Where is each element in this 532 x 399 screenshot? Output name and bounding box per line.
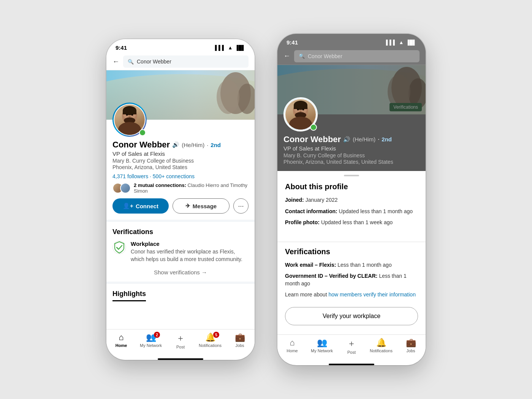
mutual-avatars-left — [112, 183, 131, 193]
status-bar-left: 9:41 ▌▌▌ ▲ ▐█▌ — [106, 39, 255, 53]
verify-text-left: Workplace Conor has verified their workp… — [131, 241, 249, 263]
home-indicator-right — [329, 364, 374, 365]
sheet-handle — [344, 175, 359, 176]
home-label: Home — [116, 343, 127, 348]
profile-title-right: VP of Sales at Flexis — [283, 145, 420, 152]
mutual-connections-left: 2 mutual connections: Claudio Hierro and… — [112, 182, 249, 194]
left-phone: 9:41 ▌▌▌ ▲ ▐█▌ ← 🔍 Conor Webber — [106, 39, 255, 360]
learn-more-link[interactable]: how members verify their information — [328, 291, 416, 298]
home-label-right: Home — [287, 348, 298, 353]
home-indicator-left — [158, 358, 203, 360]
network-label-right: My Network — [311, 348, 333, 353]
svg-point-25 — [302, 108, 304, 110]
svg-point-4 — [217, 80, 239, 114]
nav-notifications[interactable]: 🔔 5 Notifications — [199, 332, 222, 349]
status-icons-left: ▌▌▌ ▲ ▐█▌ — [215, 45, 245, 51]
profile-location-left: Phoenix, Arizona, United States — [112, 164, 249, 170]
notif-label-right: Notifications — [370, 348, 393, 353]
highlights-section: Highlights — [106, 284, 255, 307]
search-bar-right: ← 🔍 Conor Webber — [277, 48, 426, 65]
svg-rect-8 — [123, 111, 136, 114]
mutual-text-left: 2 mutual connections: Claudio Hierro and… — [134, 182, 249, 194]
post-label-right: Post — [347, 350, 356, 355]
right-dimmed-top: 9:41 ▌▌▌ ▲ ▐█▌ ← 🔍 Conor Webber — [277, 34, 426, 171]
nav-jobs[interactable]: 💼 Jobs — [228, 332, 251, 349]
time-right: 9:41 — [287, 39, 298, 46]
pronouns-right: (He/Him) — [353, 136, 375, 142]
gov-id-row: Government ID – Verified by CLEAR: Less … — [285, 272, 418, 287]
svg-point-12 — [124, 117, 135, 124]
connect-icon: 👤+ — [123, 203, 133, 209]
jobs-icon-right: 💼 — [406, 338, 416, 348]
verification-card-left: Workplace Conor has verified their workp… — [112, 241, 249, 263]
nav-home[interactable]: ⌂ Home — [110, 332, 133, 349]
verify-card-body: Conor has verified their workplace as Fl… — [131, 248, 249, 263]
contact-row: Contact information: Updated less than 1… — [285, 208, 418, 215]
nav-post[interactable]: ＋ Post — [169, 332, 192, 349]
svg-rect-13 — [120, 127, 139, 135]
connect-button[interactable]: 👤+ Connect — [112, 198, 169, 214]
home-icon-right: ⌂ — [290, 338, 294, 348]
bottom-nav-right: ⌂ Home 👥 My Network ＋ Post 🔔 Notificatio… — [277, 334, 426, 362]
work-email-row: Work email – Flexis: Less than 1 month a… — [285, 261, 418, 269]
status-icons-right: ▌▌▌ ▲ ▐█▌ — [386, 40, 416, 45]
verifications-title-right: Verifications — [285, 247, 418, 256]
more-button[interactable]: ··· — [233, 198, 249, 214]
nav-jobs-right[interactable]: 💼 Jobs — [399, 338, 422, 355]
online-indicator-left — [139, 129, 146, 136]
show-verifications-link[interactable]: Show verifications → — [112, 269, 249, 276]
profile-stats-left: 4,371 followers · 500+ connections — [112, 173, 249, 179]
name-text-left: Conor Webber — [112, 140, 170, 150]
learn-more-row: Learn more about how members verify thei… — [285, 291, 418, 299]
verify-icon-left — [112, 241, 126, 254]
svg-point-10 — [131, 114, 133, 116]
status-bar-right: 9:41 ▌▌▌ ▲ ▐█▌ — [277, 34, 426, 48]
pronouns-left: (He/Him) — [182, 142, 204, 148]
search-icon-right: 🔍 — [299, 53, 305, 59]
profile-section-left: Conor Webber 🔊 (He/Him) · 2nd VP of Sale… — [106, 103, 255, 220]
degree-right: 2nd — [382, 136, 392, 142]
verifications-chip: Verifications — [390, 103, 422, 111]
notifications-label: Notifications — [199, 343, 222, 348]
right-phone: 9:41 ▌▌▌ ▲ ▐█▌ ← 🔍 Conor Webber — [277, 34, 426, 365]
nav-network-right[interactable]: 👥 My Network — [310, 338, 333, 355]
joined-row: Joined: January 2022 — [285, 196, 418, 204]
svg-point-26 — [299, 111, 302, 112]
svg-rect-23 — [294, 105, 307, 109]
profile-location-right: Phoenix, Arizona, United States, United … — [283, 159, 420, 165]
back-button-right[interactable]: ← — [283, 52, 290, 60]
online-indicator-right — [310, 124, 317, 131]
search-icon-left: 🔍 — [128, 59, 134, 65]
about-title: About this profile — [285, 182, 418, 191]
back-button-left[interactable]: ← — [112, 58, 119, 66]
verify-workplace-button[interactable]: Verify your workplace — [285, 307, 418, 325]
search-input-right[interactable]: 🔍 Conor Webber — [294, 50, 420, 62]
signal-icon-right: ▌▌▌ — [386, 40, 397, 45]
notif-icon-right: 🔔 — [376, 338, 386, 348]
notifications-badge: 5 — [213, 332, 219, 338]
network-icon-right: 👥 — [317, 338, 327, 348]
verifications-section-right: Verifications Work email – Flexis: Less … — [277, 247, 426, 334]
nav-post-right[interactable]: ＋ Post — [340, 338, 363, 355]
svg-rect-28 — [291, 121, 310, 130]
home-icon: ⌂ — [119, 332, 124, 342]
post-label: Post — [176, 345, 185, 349]
verifications-title-left: Verifications — [112, 228, 249, 236]
battery-icon-right: ▐█▌ — [406, 40, 416, 45]
name-text-right: Conor Webber — [283, 135, 341, 144]
search-text-left: Conor Webber — [137, 59, 171, 65]
message-button[interactable]: ✈ Message — [173, 198, 230, 214]
bottom-nav-left: ⌂ Home 👥 2 My Network ＋ Post 🔔 5 Notific… — [106, 329, 255, 357]
message-icon: ✈ — [185, 203, 190, 209]
nav-my-network[interactable]: 👥 2 My Network — [139, 332, 162, 349]
speaker-icon-left: 🔊 — [172, 141, 179, 148]
svg-point-27 — [295, 112, 306, 118]
search-input-left[interactable]: 🔍 Conor Webber — [123, 55, 249, 68]
highlights-title: Highlights — [112, 290, 146, 301]
battery-icon: ▐█▌ — [235, 45, 245, 51]
svg-point-11 — [128, 116, 131, 117]
profile-title-left: VP of Sales at Flexis — [112, 150, 249, 157]
svg-point-24 — [297, 108, 299, 110]
nav-home-right[interactable]: ⌂ Home — [281, 338, 304, 355]
nav-notifications-right[interactable]: 🔔 Notifications — [370, 338, 393, 355]
